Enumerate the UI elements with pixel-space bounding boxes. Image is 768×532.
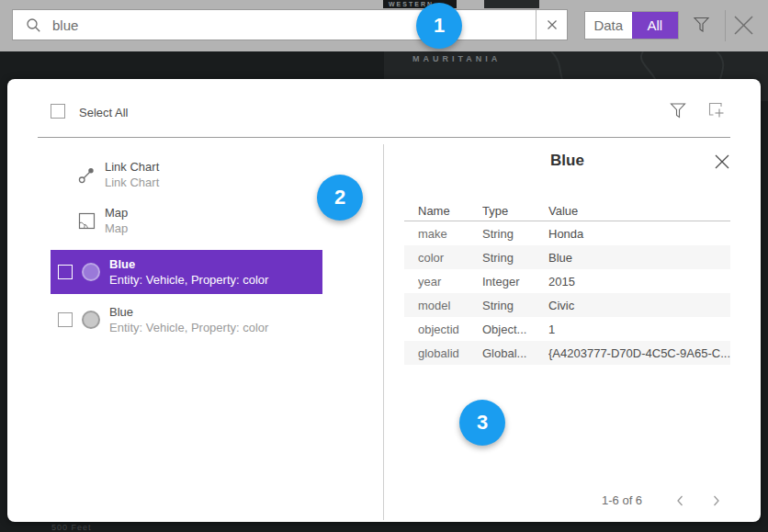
cell-name: make — [418, 227, 482, 241]
column-header: Name — [418, 204, 482, 218]
app-window: MAURITANIA 500 Feet Data All — [0, 0, 768, 532]
pagination-range-label: 1-6 of 6 — [602, 493, 642, 507]
result-subtitle: Map — [105, 221, 128, 236]
cell-value: 2015 — [548, 275, 730, 289]
scope-data-button[interactable]: Data — [585, 12, 632, 39]
annotation-badge-1: 1 — [416, 3, 462, 49]
cell-name: color — [418, 251, 482, 265]
select-all-label: Select All — [79, 106, 128, 119]
map-label-mauritania: MAURITANIA — [412, 54, 501, 63]
search-results-panel: Select All Lin — [7, 79, 761, 522]
chevron-left-icon — [675, 494, 684, 507]
result-checkbox[interactable] — [58, 265, 73, 279]
attribute-table: Name Type Value make String Honda color … — [404, 200, 730, 365]
select-all-checkbox[interactable] — [51, 104, 65, 119]
funnel-icon — [693, 16, 710, 34]
search-box — [12, 9, 568, 40]
cell-type: String — [482, 251, 548, 265]
result-subtitle: Entity: Vehicle, Property: color — [109, 320, 268, 335]
result-subtitle: Entity: Vehicle, Property: color — [109, 272, 268, 288]
funnel-icon — [670, 102, 686, 119]
result-item-map[interactable]: Map Map — [51, 200, 322, 241]
cell-value: {A4203777-D70D-4C5C-9A65-C... — [548, 346, 730, 360]
toolbar-divider — [725, 10, 726, 41]
close-icon — [714, 153, 730, 170]
result-title: Blue — [109, 304, 268, 320]
cell-name: globalid — [418, 346, 482, 360]
table-row: make String Honda — [404, 221, 730, 245]
detail-title: Blue — [404, 152, 730, 170]
result-title: Map — [105, 205, 128, 221]
cell-type: String — [482, 227, 548, 241]
clear-search-button[interactable] — [536, 10, 567, 40]
table-row: objectid Object... 1 — [404, 317, 730, 341]
cell-type: String — [482, 299, 548, 312]
result-checkbox[interactable] — [58, 312, 73, 327]
cell-value: Civic — [548, 299, 730, 312]
chevron-right-icon — [712, 494, 721, 507]
cell-value: Honda — [548, 227, 730, 241]
column-header: Value — [548, 204, 730, 218]
list-detail-divider — [383, 144, 384, 520]
map-scale-label: 500 Feet — [51, 523, 92, 532]
result-title: Link Chart — [105, 159, 159, 175]
results-filter-button[interactable] — [670, 102, 686, 119]
cell-name: year — [418, 275, 482, 289]
scope-all-button[interactable]: All — [632, 12, 679, 39]
search-icon — [26, 17, 41, 33]
table-header-row: Name Type Value — [404, 200, 730, 221]
cell-value: 1 — [548, 323, 730, 336]
map-icon — [78, 212, 96, 230]
x-icon — [547, 19, 558, 30]
pagination-next-button[interactable] — [710, 492, 723, 509]
table-row: globalid Global... {A4203777-D70D-4C5C-9… — [404, 341, 730, 365]
result-item-blue-selected[interactable]: Blue Entity: Vehicle, Property: color — [51, 250, 322, 294]
annotation-badge-3: 3 — [459, 400, 505, 446]
search-scope-toggle: Data All — [584, 11, 679, 40]
result-title: Blue — [109, 256, 268, 272]
annotation-badge-2: 2 — [317, 175, 363, 221]
result-subtitle: Link Chart — [105, 175, 159, 190]
filter-button[interactable] — [693, 16, 710, 34]
entity-circle-icon — [82, 263, 100, 281]
detail-close-button[interactable] — [714, 153, 730, 170]
table-row: color String Blue — [404, 245, 730, 269]
search-input[interactable] — [51, 17, 536, 34]
table-row: year Integer 2015 — [404, 269, 730, 293]
close-search-button[interactable] — [732, 14, 755, 37]
add-selection-button[interactable] — [706, 100, 726, 119]
table-row: model String Civic — [404, 293, 730, 317]
square-plus-icon — [706, 100, 726, 119]
result-item-link-chart[interactable]: Link Chart Link Chart — [51, 154, 322, 195]
cell-type: Object... — [482, 323, 548, 336]
result-item-blue[interactable]: Blue Entity: Vehicle, Property: color — [51, 298, 322, 342]
column-header: Type — [482, 204, 548, 218]
link-chart-icon — [78, 166, 96, 184]
map-peek — [484, 0, 539, 8]
cell-name: model — [418, 299, 482, 312]
cell-name: objectid — [418, 323, 482, 336]
close-icon — [732, 14, 755, 37]
cell-value: Blue — [548, 251, 730, 265]
pagination-prev-button[interactable] — [673, 492, 686, 509]
header-divider — [38, 137, 730, 138]
cell-type: Global... — [482, 346, 548, 360]
cell-type: Integer — [482, 275, 548, 289]
entity-circle-icon — [82, 311, 100, 329]
